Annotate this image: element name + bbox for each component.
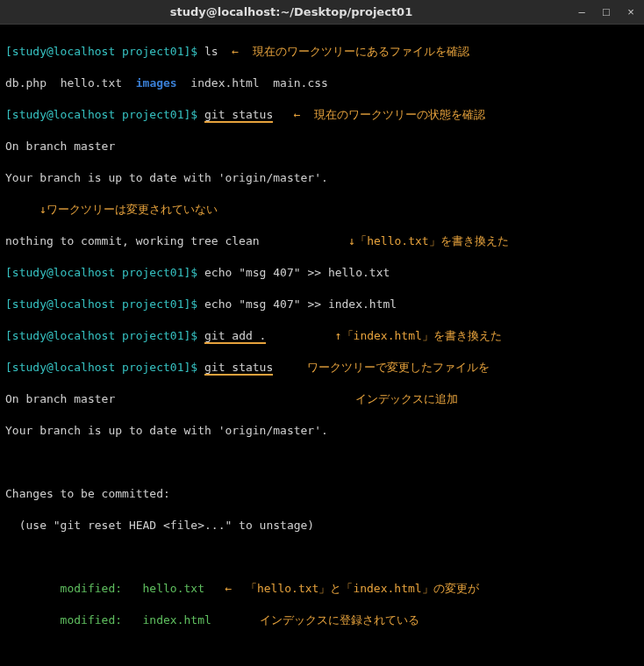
cmd-git-add: git add . [204, 329, 266, 344]
prompt-user: study@localhost [12, 45, 115, 58]
minimize-button[interactable]: – [576, 6, 588, 18]
file-db: db.php [5, 76, 47, 90]
annotation: ← 「hello.txt」と「index.html」の変更が [225, 582, 478, 595]
annotation: インデックスに追加 [355, 392, 458, 405]
prompt-open: [ [5, 329, 12, 342]
annotation: ↑「index.html」を書き換えた [335, 329, 502, 342]
annotation: ↓ワークツリーは変更されていない [39, 203, 218, 216]
maximize-button[interactable]: □ [600, 6, 612, 18]
output-changes: Changes to be committed: [5, 487, 170, 500]
prompt-path: project01 [122, 108, 183, 121]
prompt-sep [115, 45, 122, 58]
prompt-sep [115, 297, 122, 311]
cmd-echo-hello: echo "msg 407" >> hello.txt [204, 266, 390, 279]
prompt-dollar: $ [190, 329, 197, 342]
cmd-git-status: git status [204, 361, 273, 376]
prompt-open: [ [5, 266, 12, 279]
prompt-sep [115, 329, 122, 342]
file-index: index.html [190, 76, 259, 90]
terminal-body[interactable]: [study@localhost project01]$ ls ← 現在のワーク… [0, 25, 644, 666]
prompt-dollar: $ [190, 361, 197, 374]
annotation: ワークツリーで変更したファイルを [307, 361, 490, 374]
prompt-path: project01 [122, 361, 183, 374]
annotation: インデックスに登録されている [260, 613, 419, 627]
prompt-sep [115, 108, 122, 121]
output-uptodate: Your branch is up to date with 'origin/m… [5, 171, 328, 184]
prompt-dollar: $ [190, 297, 197, 311]
prompt-path: project01 [122, 45, 183, 58]
file-images: images [136, 76, 177, 90]
prompt-user: study@localhost [12, 266, 115, 279]
prompt-dollar: $ [190, 108, 197, 121]
output-branch: On branch master [5, 392, 115, 405]
prompt-open: [ [5, 108, 12, 121]
output-mod-hello: modified: hello.txt [5, 582, 204, 595]
file-main: main.css [273, 76, 328, 90]
prompt-path: project01 [122, 266, 183, 279]
prompt-open: [ [5, 45, 12, 58]
output-uptodate: Your branch is up to date with 'origin/m… [5, 424, 328, 437]
prompt-user: study@localhost [12, 361, 115, 374]
annotation: ← 現在のワークツリーにあるファイルを確認 [232, 45, 469, 58]
annotation: ← 現在のワークツリーの状態を確認 [294, 108, 485, 121]
prompt-path: project01 [122, 297, 183, 311]
close-button[interactable]: × [625, 6, 637, 18]
prompt-open: [ [5, 297, 12, 311]
cmd-ls: ls [204, 45, 218, 58]
window-title: study@localhost:~/Desktop/project01 [7, 5, 576, 18]
output-mod-index: modified: index.html [5, 613, 211, 627]
prompt-user: study@localhost [12, 297, 115, 311]
prompt-sep [115, 361, 122, 374]
file-hello: hello.txt [61, 76, 122, 90]
annotation: ↓「hello.txt」を書き換えた [348, 234, 508, 247]
prompt-dollar: $ [190, 45, 197, 58]
prompt-path: project01 [122, 329, 183, 342]
window-titlebar: study@localhost:~/Desktop/project01 – □ … [0, 0, 644, 25]
prompt-user: study@localhost [12, 329, 115, 342]
prompt-dollar: $ [190, 266, 197, 279]
prompt-open: [ [5, 361, 12, 374]
cmd-git-status: git status [204, 108, 273, 123]
window-controls: – □ × [576, 6, 637, 18]
output-nothing: nothing to commit, working tree clean [5, 234, 260, 247]
cmd-echo-index: echo "msg 407" >> index.html [204, 297, 397, 311]
output-use-reset: (use "git reset HEAD <file>..." to unsta… [5, 519, 314, 532]
output-branch: On branch master [5, 140, 115, 153]
prompt-sep [115, 266, 122, 279]
prompt-user: study@localhost [12, 108, 115, 121]
